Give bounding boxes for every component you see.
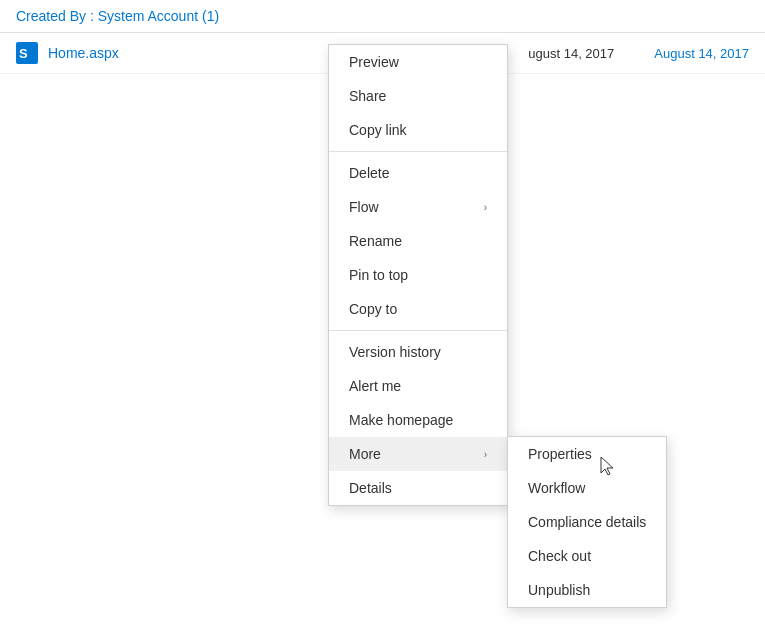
sub-context-menu: Properties Workflow Compliance details C… (507, 436, 667, 608)
menu-item-copy-link[interactable]: Copy link (329, 113, 507, 147)
menu-item-preview[interactable]: Preview (329, 45, 507, 79)
svg-text:S: S (19, 46, 28, 61)
menu-item-more[interactable]: More › (329, 437, 507, 471)
created-date: August 14, 2017 (654, 46, 749, 61)
top-bar: Created By : System Account (1) (0, 0, 765, 33)
menu-item-details[interactable]: Details (329, 471, 507, 505)
sub-menu-item-unpublish[interactable]: Unpublish (508, 573, 666, 607)
menu-item-version-history[interactable]: Version history (329, 335, 507, 369)
sub-menu-item-workflow[interactable]: Workflow (508, 471, 666, 505)
divider-2 (329, 330, 507, 331)
menu-item-share[interactable]: Share (329, 79, 507, 113)
menu-item-rename[interactable]: Rename (329, 224, 507, 258)
modified-date: ugust 14, 2017 (528, 46, 614, 61)
divider-1 (329, 151, 507, 152)
page-title: Created By : System Account (1) (16, 8, 219, 24)
sub-menu-item-check-out[interactable]: Check out (508, 539, 666, 573)
menu-item-copy-to[interactable]: Copy to (329, 292, 507, 326)
more-arrow-icon: › (484, 449, 487, 460)
menu-item-alert-me[interactable]: Alert me (329, 369, 507, 403)
sub-menu-item-compliance-details[interactable]: Compliance details (508, 505, 666, 539)
flow-arrow-icon: › (484, 202, 487, 213)
file-dates: ugust 14, 2017 August 14, 2017 (528, 46, 749, 61)
sub-menu-item-properties[interactable]: Properties (508, 437, 666, 471)
menu-item-pin-to-top[interactable]: Pin to top (329, 258, 507, 292)
menu-item-delete[interactable]: Delete (329, 156, 507, 190)
menu-item-flow[interactable]: Flow › (329, 190, 507, 224)
menu-item-make-homepage[interactable]: Make homepage (329, 403, 507, 437)
file-icon: S (16, 42, 38, 64)
context-menu: Preview Share Copy link Delete Flow › Re… (328, 44, 508, 506)
